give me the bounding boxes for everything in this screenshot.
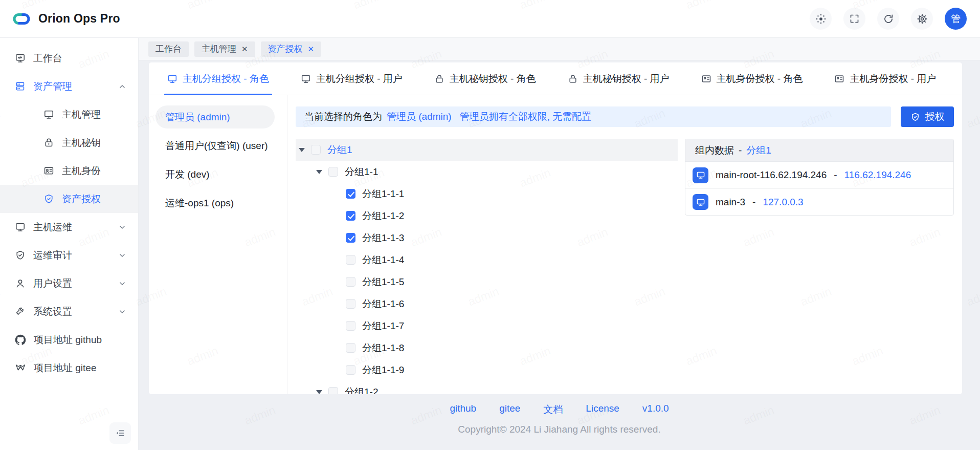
tab-label: 主机分组授权 - 用户 [316, 72, 403, 85]
footer-link-license[interactable]: License [586, 403, 619, 416]
role-item-user[interactable]: 普通用户(仅查询) (user) [155, 134, 275, 157]
monitor-icon [15, 222, 26, 232]
role-item-admin[interactable]: 管理员 (admin) [155, 105, 275, 128]
lock-icon [568, 74, 578, 84]
app-window: Orion Ops Pro [0, 0, 980, 450]
footer-link-gitee[interactable]: gitee [499, 403, 520, 416]
authorize-button[interactable]: 授权 [901, 106, 954, 127]
menu-fold-icon [115, 428, 125, 438]
sidebar-item-gitee[interactable]: 项目地址 gitee [0, 354, 138, 382]
footer-links: github gitee 文档 License v1.0.0 [450, 403, 669, 416]
tree-node-label: 分组1-1-5 [362, 275, 404, 289]
authorization-panel: 当前选择的角色为 管理员 (admin) 管理员拥有全部权限, 无需配置 [287, 95, 962, 394]
tab-identity-auth-role[interactable]: 主机身份授权 - 角色 [698, 72, 806, 95]
host-row[interactable]: main-3 - 127.0.0.3 [685, 188, 953, 215]
tree-node-group1-1-7[interactable]: 分组1-1-7 [296, 315, 678, 337]
sidebar-item-host-ops[interactable]: 主机运维 [0, 213, 138, 241]
avatar-text: 管 [951, 12, 961, 26]
role-item-ops[interactable]: 运维-ops1 (ops) [155, 191, 275, 215]
tree-node-label: 分组1-1-2 [362, 209, 404, 223]
tree-node-group1-1-4[interactable]: 分组1-1-4 [296, 249, 678, 271]
tree-node-group1-1-9[interactable]: 分组1-1-9 [296, 359, 678, 381]
tree-checkbox[interactable] [311, 145, 321, 155]
tab-key-auth-user[interactable]: 主机秘钥授权 - 用户 [565, 72, 673, 95]
caret-down-icon[interactable] [316, 390, 328, 394]
fullscreen-button[interactable] [843, 8, 865, 30]
dashboard-monitor-icon [15, 53, 26, 63]
settings-button[interactable] [911, 8, 933, 30]
sidebar-item-github[interactable]: 项目地址 github [0, 326, 138, 354]
tree-node-label: 分组1-1-7 [362, 319, 404, 333]
caret-down-icon[interactable] [316, 170, 328, 174]
close-icon[interactable]: ✕ [241, 45, 248, 53]
role-item-dev[interactable]: 开发 (dev) [155, 163, 275, 186]
monitor-icon [301, 74, 311, 84]
theme-toggle-button[interactable] [810, 8, 832, 30]
sidebar-item-workbench[interactable]: 工作台 [0, 44, 138, 72]
role-label: 开发 (dev) [165, 168, 210, 181]
user-avatar[interactable]: 管 [945, 8, 967, 30]
sidebar-item-assets[interactable]: 资产管理 [0, 72, 138, 100]
page-footer: github gitee 文档 License v1.0.0 Copyright… [139, 394, 980, 450]
sidebar-item-host-identity[interactable]: 主机身份 [0, 157, 138, 185]
tree-node-group1[interactable]: 分组1 [296, 139, 678, 161]
tree-checkbox-checked[interactable] [346, 233, 355, 243]
tree-checkbox[interactable] [346, 277, 355, 287]
tab-group-auth-user[interactable]: 主机分组授权 - 用户 [298, 72, 406, 95]
tree-checkbox[interactable] [346, 365, 355, 375]
sidebar-collapse-button[interactable] [109, 422, 131, 444]
sidebar-item-label: 主机身份 [62, 164, 101, 178]
brand: Orion Ops Pro [11, 9, 120, 29]
footer-link-version[interactable]: v1.0.0 [642, 403, 669, 416]
tree-checkbox[interactable] [346, 343, 355, 353]
sidebar-item-system-settings[interactable]: 系统设置 [0, 297, 138, 326]
sidebar-item-host-manage[interactable]: 主机管理 [0, 100, 138, 128]
tree-checkbox-checked[interactable] [346, 189, 355, 199]
window-tab-asset-auth[interactable]: 资产授权 ✕ [261, 41, 322, 57]
top-header: Orion Ops Pro [0, 0, 980, 38]
tree-node-group1-1-6[interactable]: 分组1-1-6 [296, 293, 678, 315]
sidebar-item-ops-audit[interactable]: 运维审计 [0, 241, 138, 269]
tree-checkbox-checked[interactable] [346, 211, 355, 221]
tree-node-group1-1-5[interactable]: 分组1-1-5 [296, 271, 678, 293]
sidebar-item-host-keys[interactable]: 主机秘钥 [0, 128, 138, 157]
tab-identity-auth-user[interactable]: 主机身份授权 - 用户 [831, 72, 939, 95]
tree-node-label: 分组1-1-9 [362, 363, 404, 377]
close-icon[interactable]: ✕ [308, 45, 315, 53]
main-card: 主机分组授权 - 角色 主机分组授权 - 用户 主机秘钥授权 - 角色 [149, 62, 962, 394]
host-separator: - [834, 169, 837, 181]
tree-checkbox[interactable] [346, 299, 355, 309]
tree-node-group1-1[interactable]: 分组1-1 [296, 161, 678, 183]
chevron-down-icon [119, 280, 126, 287]
window-tab-workbench[interactable]: 工作台 [148, 41, 189, 57]
tree-node-group1-2[interactable]: 分组1-2 [296, 381, 678, 394]
window-tab-label: 资产授权 [268, 43, 303, 55]
tree-checkbox[interactable] [346, 255, 355, 265]
caret-down-icon[interactable] [299, 148, 311, 152]
footer-link-docs[interactable]: 文档 [543, 403, 563, 416]
window-tab-host-manage[interactable]: 主机管理 ✕ [194, 41, 255, 57]
tree-checkbox[interactable] [328, 387, 338, 394]
host-ip: 127.0.0.3 [763, 197, 803, 208]
tree-node-group1-1-2[interactable]: 分组1-1-2 [296, 205, 678, 227]
tree-node-group1-1-3[interactable]: 分组1-1-3 [296, 227, 678, 249]
refresh-button[interactable] [877, 8, 899, 30]
tree-node-label: 分组1-1-4 [362, 253, 404, 267]
fullscreen-icon [849, 13, 860, 24]
host-row[interactable]: main-root-116.62.194.246 - 116.62.194.24… [685, 162, 953, 188]
sidebar-item-user-settings[interactable]: 用户设置 [0, 269, 138, 297]
tree-checkbox[interactable] [328, 167, 338, 177]
tab-group-auth-role[interactable]: 主机分组授权 - 角色 [164, 72, 272, 95]
tab-key-auth-role[interactable]: 主机秘钥授权 - 角色 [431, 72, 539, 95]
panel-title-separator: - [739, 145, 742, 156]
tree-node-label: 分组1 [327, 143, 352, 157]
tree-checkbox[interactable] [346, 321, 355, 331]
footer-link-github[interactable]: github [450, 403, 476, 416]
host-separator: - [752, 197, 755, 208]
group-data-panel: 组内数据 - 分组1 main-root-116.62.194.246 [685, 139, 954, 216]
tree-node-group1-1-1[interactable]: 分组1-1-1 [296, 183, 678, 205]
tree-node-group1-1-8[interactable]: 分组1-1-8 [296, 337, 678, 359]
sidebar-item-asset-auth[interactable]: 资产授权 [0, 185, 138, 213]
sidebar-item-label: 主机管理 [62, 108, 101, 121]
notice-prefix: 当前选择的角色为 [304, 110, 382, 123]
